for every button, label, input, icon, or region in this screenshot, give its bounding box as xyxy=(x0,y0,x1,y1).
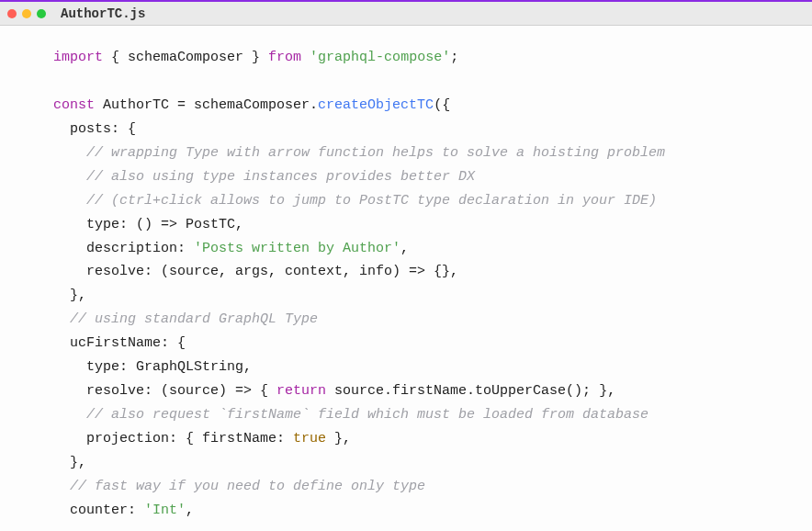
close-icon[interactable] xyxy=(7,9,17,18)
code-line: description: 'Posts written by Author', xyxy=(53,241,409,256)
code-line: // also using type instances provides be… xyxy=(53,169,475,185)
code-line: // wrapping Type with arrow function hel… xyxy=(53,145,665,161)
code-line: posts: { xyxy=(53,121,136,137)
code-line: ucFirstName: { xyxy=(53,335,186,351)
code-line: resolve: (source) => { return source.fir… xyxy=(53,383,615,399)
code-line: projection: { firstName: true }, xyxy=(53,431,351,446)
code-line: }, xyxy=(53,455,86,470)
code-line: type: () => PostTC, xyxy=(53,217,243,232)
code-line: resolve: (source, args, context, info) =… xyxy=(53,264,458,279)
code-line: // fast way if you need to define only t… xyxy=(53,479,425,494)
code-line: const AuthorTC = schemaComposer.createOb… xyxy=(53,97,450,113)
code-line: counter: 'Int', xyxy=(53,503,194,518)
maximize-icon[interactable] xyxy=(37,9,46,18)
window-titlebar: AuthorTC.js xyxy=(0,2,812,26)
code-line: // also request `firstName` field which … xyxy=(53,407,648,423)
code-line: }, xyxy=(53,288,86,303)
code-editor[interactable]: import { schemaComposer } from 'graphql-… xyxy=(0,26,812,531)
code-line: // (ctrl+click allows to jump to PostTC … xyxy=(53,193,657,209)
code-line: import { schemaComposer } from 'graphql-… xyxy=(53,50,458,65)
code-line: // using standard GraphQL Type xyxy=(53,311,318,327)
file-name: AuthorTC.js xyxy=(61,6,145,21)
code-line: type: GraphQLString, xyxy=(53,359,252,375)
minimize-icon[interactable] xyxy=(22,9,31,18)
